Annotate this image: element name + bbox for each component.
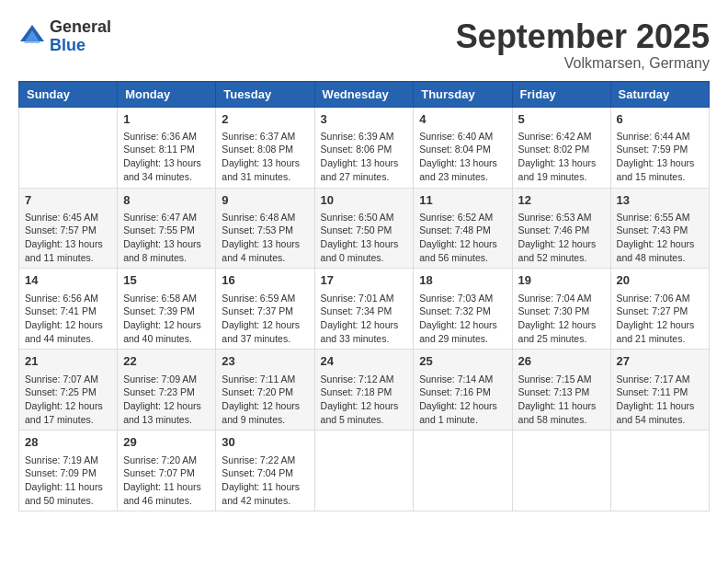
sunrise-text: Sunrise: 7:19 AM bbox=[25, 454, 111, 467]
sunset-text: Sunset: 8:08 PM bbox=[222, 143, 308, 156]
cell-content: 29Sunrise: 7:20 AMSunset: 7:07 PMDayligh… bbox=[123, 434, 210, 507]
sunset-text: Sunset: 8:02 PM bbox=[518, 143, 605, 156]
calendar-cell: 17Sunrise: 7:01 AMSunset: 7:34 PMDayligh… bbox=[314, 269, 414, 350]
day-number: 29 bbox=[123, 434, 210, 451]
sunset-text: Sunset: 7:20 PM bbox=[222, 385, 308, 399]
daylight-text: Daylight: 12 hours and 21 minutes. bbox=[617, 318, 703, 345]
daylight-text: Daylight: 12 hours and 13 minutes. bbox=[123, 399, 210, 426]
logo-text: General Blue bbox=[50, 18, 111, 55]
cell-content: 27Sunrise: 7:17 AMSunset: 7:11 PMDayligh… bbox=[617, 353, 703, 426]
calendar-header-monday: Monday bbox=[118, 81, 216, 107]
sunrise-text: Sunrise: 7:09 AM bbox=[123, 373, 210, 386]
daylight-text: Daylight: 12 hours and 17 minutes. bbox=[25, 399, 111, 426]
sunrise-text: Sunrise: 6:56 AM bbox=[25, 292, 111, 305]
cell-content: 6Sunrise: 6:44 AMSunset: 7:59 PMDaylight… bbox=[617, 111, 703, 184]
calendar-cell: 1Sunrise: 6:36 AMSunset: 8:11 PMDaylight… bbox=[118, 107, 216, 188]
daylight-text: Daylight: 12 hours and 37 minutes. bbox=[222, 318, 308, 345]
day-number: 11 bbox=[419, 192, 506, 209]
calendar-table: SundayMondayTuesdayWednesdayThursdayFrid… bbox=[18, 81, 710, 512]
sunset-text: Sunset: 7:11 PM bbox=[617, 385, 703, 399]
calendar-cell: 11Sunrise: 6:52 AMSunset: 7:48 PMDayligh… bbox=[414, 188, 512, 269]
daylight-text: Daylight: 13 hours and 8 minutes. bbox=[123, 237, 210, 264]
daylight-text: Daylight: 13 hours and 4 minutes. bbox=[222, 237, 308, 264]
daylight-text: Daylight: 11 hours and 42 minutes. bbox=[222, 480, 308, 507]
calendar-cell: 13Sunrise: 6:55 AMSunset: 7:43 PMDayligh… bbox=[610, 188, 709, 269]
daylight-text: Daylight: 13 hours and 34 minutes. bbox=[123, 156, 210, 183]
day-number: 2 bbox=[222, 111, 308, 128]
sunset-text: Sunset: 7:30 PM bbox=[518, 304, 605, 318]
calendar-header-friday: Friday bbox=[512, 81, 610, 107]
sunrise-text: Sunrise: 6:44 AM bbox=[617, 130, 703, 144]
sunset-text: Sunset: 8:04 PM bbox=[419, 143, 506, 156]
sunrise-text: Sunrise: 6:52 AM bbox=[419, 211, 506, 224]
sunrise-text: Sunrise: 6:53 AM bbox=[518, 211, 605, 224]
calendar-header-thursday: Thursday bbox=[414, 81, 512, 107]
day-number: 7 bbox=[25, 192, 111, 209]
sunrise-text: Sunrise: 7:04 AM bbox=[518, 292, 605, 305]
sunset-text: Sunset: 7:57 PM bbox=[25, 224, 111, 237]
daylight-text: Daylight: 12 hours and 40 minutes. bbox=[123, 318, 210, 345]
cell-content: 15Sunrise: 6:58 AMSunset: 7:39 PMDayligh… bbox=[123, 272, 210, 345]
calendar-cell: 10Sunrise: 6:50 AMSunset: 7:50 PMDayligh… bbox=[314, 188, 414, 269]
cell-content: 23Sunrise: 7:11 AMSunset: 7:20 PMDayligh… bbox=[222, 353, 308, 426]
sunrise-text: Sunrise: 7:14 AM bbox=[419, 373, 506, 386]
sunrise-text: Sunrise: 6:40 AM bbox=[419, 130, 506, 144]
cell-content: 4Sunrise: 6:40 AMSunset: 8:04 PMDaylight… bbox=[419, 111, 506, 184]
cell-content: 25Sunrise: 7:14 AMSunset: 7:16 PMDayligh… bbox=[419, 353, 506, 426]
calendar-cell: 24Sunrise: 7:12 AMSunset: 7:18 PMDayligh… bbox=[314, 350, 414, 431]
day-number: 19 bbox=[518, 272, 605, 289]
daylight-text: Daylight: 12 hours and 25 minutes. bbox=[518, 318, 605, 345]
sunrise-text: Sunrise: 7:11 AM bbox=[222, 373, 308, 386]
sunrise-text: Sunrise: 6:48 AM bbox=[222, 211, 308, 224]
day-number: 5 bbox=[518, 111, 605, 128]
sunset-text: Sunset: 7:32 PM bbox=[419, 304, 506, 318]
sunrise-text: Sunrise: 6:47 AM bbox=[123, 211, 210, 224]
sunrise-text: Sunrise: 7:01 AM bbox=[321, 292, 408, 305]
calendar-cell: 14Sunrise: 6:56 AMSunset: 7:41 PMDayligh… bbox=[19, 269, 118, 350]
cell-content: 22Sunrise: 7:09 AMSunset: 7:23 PMDayligh… bbox=[123, 353, 210, 426]
calendar-cell: 30Sunrise: 7:22 AMSunset: 7:04 PMDayligh… bbox=[216, 431, 314, 511]
calendar-header-tuesday: Tuesday bbox=[216, 81, 314, 107]
day-number: 1 bbox=[123, 111, 210, 128]
cell-content: 8Sunrise: 6:47 AMSunset: 7:55 PMDaylight… bbox=[123, 192, 210, 265]
daylight-text: Daylight: 13 hours and 19 minutes. bbox=[518, 156, 605, 183]
day-number: 26 bbox=[518, 353, 605, 370]
sunset-text: Sunset: 7:59 PM bbox=[617, 143, 703, 156]
logo-general: General bbox=[50, 18, 111, 37]
calendar-header-sunday: Sunday bbox=[19, 81, 118, 107]
cell-content: 30Sunrise: 7:22 AMSunset: 7:04 PMDayligh… bbox=[222, 434, 308, 507]
sunrise-text: Sunrise: 6:36 AM bbox=[123, 130, 210, 144]
calendar-cell: 20Sunrise: 7:06 AMSunset: 7:27 PMDayligh… bbox=[610, 269, 709, 350]
daylight-text: Daylight: 12 hours and 56 minutes. bbox=[419, 237, 506, 264]
calendar-cell: 25Sunrise: 7:14 AMSunset: 7:16 PMDayligh… bbox=[414, 350, 512, 431]
day-number: 13 bbox=[617, 192, 703, 209]
daylight-text: Daylight: 13 hours and 23 minutes. bbox=[419, 156, 506, 183]
sunrise-text: Sunrise: 7:12 AM bbox=[321, 373, 408, 386]
logo-icon bbox=[18, 23, 46, 51]
calendar-cell: 3Sunrise: 6:39 AMSunset: 8:06 PMDaylight… bbox=[314, 107, 414, 188]
daylight-text: Daylight: 11 hours and 54 minutes. bbox=[617, 399, 703, 426]
sunrise-text: Sunrise: 7:03 AM bbox=[419, 292, 506, 305]
day-number: 30 bbox=[222, 434, 308, 451]
daylight-text: Daylight: 11 hours and 58 minutes. bbox=[518, 399, 605, 426]
sunset-text: Sunset: 7:48 PM bbox=[419, 224, 506, 237]
month-title: September 2025 bbox=[456, 18, 710, 55]
day-number: 25 bbox=[419, 353, 506, 370]
sunrise-text: Sunrise: 6:50 AM bbox=[321, 211, 408, 224]
sunset-text: Sunset: 7:55 PM bbox=[123, 224, 210, 237]
sunset-text: Sunset: 7:50 PM bbox=[321, 224, 408, 237]
day-number: 28 bbox=[25, 434, 111, 451]
daylight-text: Daylight: 12 hours and 1 minute. bbox=[419, 399, 506, 426]
calendar-cell: 15Sunrise: 6:58 AMSunset: 7:39 PMDayligh… bbox=[118, 269, 216, 350]
cell-content: 26Sunrise: 7:15 AMSunset: 7:13 PMDayligh… bbox=[518, 353, 605, 426]
calendar-cell: 19Sunrise: 7:04 AMSunset: 7:30 PMDayligh… bbox=[512, 269, 610, 350]
cell-content: 5Sunrise: 6:42 AMSunset: 8:02 PMDaylight… bbox=[518, 111, 605, 184]
cell-content: 2Sunrise: 6:37 AMSunset: 8:08 PMDaylight… bbox=[222, 111, 308, 184]
daylight-text: Daylight: 13 hours and 15 minutes. bbox=[617, 156, 703, 183]
day-number: 16 bbox=[222, 272, 308, 289]
calendar-cell bbox=[414, 431, 512, 511]
daylight-text: Daylight: 13 hours and 31 minutes. bbox=[222, 156, 308, 183]
day-number: 27 bbox=[617, 353, 703, 370]
calendar-header-wednesday: Wednesday bbox=[314, 81, 414, 107]
daylight-text: Daylight: 12 hours and 52 minutes. bbox=[518, 237, 605, 264]
